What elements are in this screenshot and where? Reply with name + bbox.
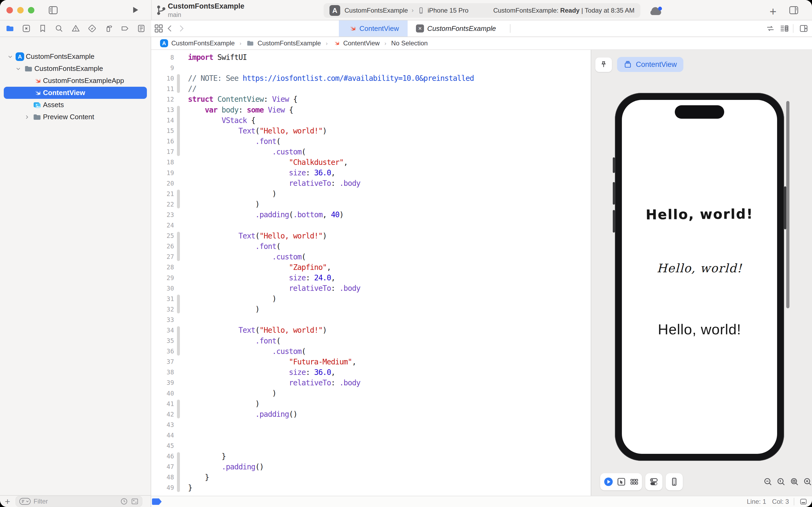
zoom-actual-icon[interactable] bbox=[776, 477, 786, 487]
line-number[interactable]: 12 bbox=[151, 96, 174, 103]
sidebar-item-assets[interactable]: Assets bbox=[0, 99, 151, 111]
breakpoints-navigator-icon[interactable] bbox=[120, 23, 130, 34]
code-line[interactable]: 30 relativeTo: .body bbox=[151, 283, 591, 293]
reports-navigator-icon[interactable] bbox=[136, 23, 147, 34]
line-number[interactable]: 20 bbox=[151, 180, 174, 187]
code-line[interactable]: 48 } bbox=[151, 472, 591, 483]
breakpoint-icon[interactable] bbox=[152, 498, 162, 505]
disclosure-closed-icon[interactable] bbox=[24, 114, 30, 120]
code-line[interactable]: 24 bbox=[151, 220, 591, 231]
code-line[interactable]: 15 Text("Hello, world!") bbox=[151, 126, 591, 136]
zoom-out-icon[interactable] bbox=[763, 477, 773, 487]
code-line[interactable]: 28 "Zapfino", bbox=[151, 262, 591, 273]
pin-preview-button[interactable] bbox=[595, 57, 612, 72]
live-preview-button[interactable] bbox=[603, 477, 614, 487]
code-line[interactable]: 10// NOTE: See https://iosfontlist.com/#… bbox=[151, 73, 591, 83]
code-line[interactable]: 17 .custom( bbox=[151, 147, 591, 157]
jumpbar-project[interactable]: CustomFontsExample bbox=[171, 40, 235, 47]
tab-customfontsexample[interactable]: ✕ CustomFontsExample bbox=[412, 20, 500, 37]
code-line[interactable]: 12struct ContentView: View { bbox=[151, 94, 591, 105]
adjust-editor-icon[interactable] bbox=[765, 23, 775, 33]
line-number[interactable]: 23 bbox=[151, 211, 174, 218]
canvas-scrollbar[interactable] bbox=[786, 101, 790, 308]
go-forward-icon[interactable] bbox=[177, 24, 185, 33]
code-line[interactable]: 16 .font( bbox=[151, 136, 591, 147]
line-number[interactable]: 24 bbox=[151, 222, 174, 229]
code-line[interactable]: 11// bbox=[151, 83, 591, 94]
line-number[interactable]: 16 bbox=[151, 138, 174, 145]
source-control-icon[interactable] bbox=[21, 23, 32, 34]
code-line[interactable]: 37 "Futura-Medium", bbox=[151, 357, 591, 367]
code-line[interactable]: 41 ) bbox=[151, 398, 591, 409]
line-number[interactable]: 19 bbox=[151, 169, 174, 176]
jumpbar-selection[interactable]: No Selection bbox=[391, 40, 428, 47]
line-number[interactable]: 10 bbox=[151, 75, 174, 82]
line-number[interactable]: 17 bbox=[151, 148, 174, 155]
preview-target-chip[interactable]: ContentView bbox=[617, 57, 683, 72]
find-navigator-icon[interactable] bbox=[54, 23, 64, 34]
device-settings-chip[interactable] bbox=[645, 473, 662, 490]
filter-field[interactable]: Filter bbox=[15, 496, 142, 507]
jump-bar[interactable]: A CustomFontsExample › CustomFontsExampl… bbox=[151, 37, 812, 50]
code-line[interactable]: 47 .padding() bbox=[151, 462, 591, 472]
tab-overview-icon[interactable] bbox=[153, 23, 164, 34]
code-line[interactable]: 36 .custom( bbox=[151, 346, 591, 357]
debug-navigator-icon[interactable] bbox=[103, 23, 114, 34]
selectable-mode-button[interactable] bbox=[617, 477, 626, 487]
code-line[interactable]: 40 ) bbox=[151, 388, 591, 398]
sidebar-item-contentview[interactable]: ContentView bbox=[4, 87, 147, 99]
toggle-left-sidebar-icon[interactable] bbox=[48, 5, 59, 15]
minimap-icon[interactable] bbox=[779, 23, 789, 33]
line-number[interactable]: 48 bbox=[151, 474, 174, 481]
recent-filter-icon[interactable] bbox=[120, 497, 128, 505]
code-line[interactable]: 49} bbox=[151, 483, 591, 493]
line-number[interactable]: 45 bbox=[151, 442, 174, 449]
iphone-screen[interactable]: Hello, world! Hello, world! Hello, world… bbox=[622, 100, 777, 454]
add-file-button[interactable]: + bbox=[5, 496, 10, 507]
line-number[interactable]: 29 bbox=[151, 274, 174, 281]
code-line[interactable]: 35 .font( bbox=[151, 336, 591, 346]
scheme-and-status-pill[interactable]: A CustomFontsExample › iPhone 15 Pro Cus… bbox=[324, 3, 640, 18]
code-line[interactable]: 32 ) bbox=[151, 304, 591, 315]
line-number[interactable]: 18 bbox=[151, 159, 174, 166]
code-line[interactable]: 45 bbox=[151, 440, 591, 451]
line-number[interactable]: 32 bbox=[151, 306, 174, 313]
code-line[interactable]: 29 size: 24.0, bbox=[151, 273, 591, 283]
line-number[interactable]: 26 bbox=[151, 243, 174, 250]
library-plus-button[interactable]: + bbox=[769, 5, 776, 18]
line-number[interactable]: 49 bbox=[151, 484, 174, 491]
code-line[interactable]: 33 bbox=[151, 315, 591, 325]
code-line[interactable]: 39 relativeTo: .body bbox=[151, 378, 591, 388]
line-number[interactable]: 42 bbox=[151, 411, 174, 418]
sidebar-item-customfontsexampleapp[interactable]: CustomFontsExampleApp bbox=[0, 75, 151, 87]
destination-name[interactable]: iPhone 15 Pro bbox=[427, 7, 468, 14]
code-line[interactable]: 42 .padding() bbox=[151, 409, 591, 419]
minimize-button[interactable] bbox=[17, 7, 23, 13]
jumpbar-group[interactable]: CustomFontsExample bbox=[257, 40, 321, 47]
project-navigator-icon[interactable] bbox=[5, 23, 15, 34]
zoom-button[interactable] bbox=[28, 7, 35, 13]
line-number[interactable]: 37 bbox=[151, 358, 174, 365]
line-number[interactable]: 25 bbox=[151, 232, 174, 239]
go-back-icon[interactable] bbox=[166, 24, 174, 33]
line-number[interactable]: 46 bbox=[151, 453, 174, 460]
issues-navigator-icon[interactable] bbox=[71, 23, 81, 34]
bookmarks-navigator-icon[interactable] bbox=[38, 23, 48, 34]
line-number[interactable]: 22 bbox=[151, 201, 174, 208]
toggle-bottom-bar-icon[interactable] bbox=[799, 497, 808, 506]
close-button[interactable] bbox=[6, 7, 13, 13]
code-line[interactable]: 50 bbox=[151, 493, 591, 496]
source-editor[interactable]: 8import SwiftUI910// NOTE: See https://i… bbox=[151, 50, 591, 496]
code-line[interactable]: 20 relativeTo: .body bbox=[151, 178, 591, 188]
line-number[interactable]: 14 bbox=[151, 117, 174, 124]
line-number[interactable]: 11 bbox=[151, 86, 174, 92]
scheme-name[interactable]: CustomFontsExample bbox=[345, 7, 408, 14]
tests-navigator-icon[interactable] bbox=[87, 23, 97, 34]
sidebar-item-customfontsexample[interactable]: ACustomFontsExample bbox=[0, 51, 151, 63]
code-line[interactable]: 9 bbox=[151, 63, 591, 73]
scm-filter-icon[interactable] bbox=[131, 497, 139, 505]
line-number[interactable]: 44 bbox=[151, 432, 174, 439]
sidebar-item-customfontsexample[interactable]: CustomFontsExample bbox=[0, 63, 151, 75]
code-line[interactable]: 34 Text("Hello, world!") bbox=[151, 325, 591, 335]
jumpbar-file[interactable]: ContentView bbox=[343, 40, 380, 47]
